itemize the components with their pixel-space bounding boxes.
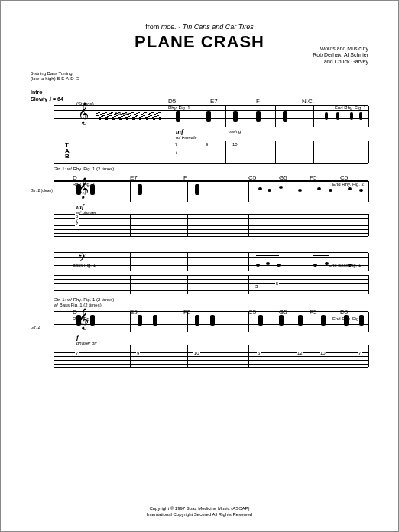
barline (275, 141, 276, 163)
tab-num: 5 (257, 351, 261, 355)
note (268, 189, 271, 192)
note (348, 264, 352, 267)
note (279, 315, 284, 326)
note (279, 186, 283, 189)
tuning-line1: 5-string Bass Tuning: (31, 71, 368, 76)
gtr1-note-3: Gtr. 1: w/ Rhy. Fig. 1 (2 times) (54, 297, 114, 302)
staff-3: 𝄞 f phaser off (54, 311, 368, 332)
note (90, 315, 95, 326)
note (298, 315, 303, 326)
beam (313, 255, 329, 256)
dynamic-mf: mf (176, 128, 183, 135)
barline (167, 106, 167, 127)
note (210, 315, 215, 326)
beam (256, 255, 279, 256)
beam (317, 180, 332, 181)
note (195, 184, 200, 195)
credits-line3: and Chuck Garvey (313, 59, 368, 65)
strings-label: (Strings) (76, 102, 94, 106)
system-1: D5 E7 F N.C. Rhy. Fig. 1 End Rhy. Fig. 1… (31, 105, 368, 164)
copyright-line1: Copyright © 1997 Spaz Medicine Music (AS… (0, 506, 399, 512)
note (138, 184, 142, 195)
beam (258, 180, 281, 181)
treble-clef: 𝄞 (78, 103, 89, 124)
note (359, 112, 362, 120)
chord-d5: D5 (168, 98, 176, 105)
note (344, 315, 349, 326)
album-attribution: from moe. - Tin Cans and Car Tires (31, 23, 368, 31)
system-3: Gtr. 1: w/ Rhy. Fig. 1 (2 times) w/ Bass… (31, 311, 368, 368)
barline (248, 345, 249, 367)
barline (248, 253, 249, 271)
bar-count: 2 4 sec. (115, 112, 131, 116)
note (258, 315, 263, 326)
bass-note-3: w/ Bass Fig. 1 (2 times) (54, 303, 102, 307)
bass-clef: 𝄢 (78, 251, 87, 268)
note (266, 262, 270, 265)
bass-tab-2: 3 5 (54, 275, 368, 294)
copyright-line2: International Copyright Secured All Righ… (0, 512, 399, 518)
from-text: from (145, 23, 159, 31)
tab-num: 3 (255, 284, 258, 289)
gtr2-label: Gtr. 2 (clean) (31, 188, 53, 193)
barline (225, 141, 226, 163)
tab-staff-3: 7 9 10 5 12 10 7 (54, 345, 368, 368)
note (233, 111, 238, 122)
barline (130, 312, 131, 332)
barline (130, 345, 131, 367)
note (195, 315, 200, 326)
dynamic-f: f (76, 333, 79, 341)
note (283, 111, 287, 122)
note (76, 184, 81, 195)
tab-num: 10 (320, 351, 326, 355)
note (325, 262, 329, 265)
artist-name: moe. (161, 23, 177, 31)
chord-nc: N.C. (302, 98, 314, 105)
tab-staff-1: TAB 7 7 9 10 (54, 141, 368, 164)
barline (248, 275, 249, 294)
swing-label: swing (229, 129, 241, 134)
staff-2: 𝄞 mf w/ phaser (54, 180, 368, 202)
note (313, 264, 317, 267)
tab-staff-2: 5 7 7 (54, 214, 368, 237)
system-2: Gtr. 1: w/ Rhy. Fig. 1 (2 times) D E7 F … (31, 180, 368, 294)
copyright: Copyright © 1997 Spaz Medicine Music (AS… (0, 506, 399, 518)
note (321, 315, 326, 326)
barline (187, 214, 188, 236)
barline (248, 312, 249, 332)
tab-num: 5 (275, 281, 279, 286)
note (359, 189, 363, 192)
note (277, 264, 281, 267)
tab-num: 7 (75, 351, 79, 355)
tab-label: TAB (65, 142, 70, 159)
tab-num: 7 (75, 222, 79, 226)
tremolo-label: w/ tremolo (176, 135, 197, 140)
note (350, 112, 353, 120)
note (90, 184, 95, 195)
tab-num: 7 (358, 351, 362, 355)
barline (275, 106, 276, 127)
barline (225, 106, 226, 127)
barline (130, 275, 131, 294)
tab-num: 7 (174, 142, 178, 147)
note (348, 187, 352, 190)
barline (313, 106, 314, 127)
tab-num: 9 (136, 351, 140, 355)
tab-num: 10 (193, 351, 200, 355)
note (317, 187, 321, 190)
chord-e7: E7 (210, 98, 218, 105)
barline (248, 214, 249, 236)
barline (167, 141, 167, 163)
barline (130, 253, 131, 271)
note (298, 189, 302, 192)
barline (187, 345, 188, 367)
tuning-line2: (low to high) B-E-A-D-G (31, 76, 368, 82)
tab-num: 12 (297, 351, 303, 355)
barline (187, 275, 188, 294)
barline (187, 253, 188, 271)
note (258, 187, 262, 190)
barline (187, 181, 188, 202)
note (138, 315, 142, 326)
bass-staff-2: 𝄢 (54, 252, 368, 271)
tab-num: 9 (205, 142, 209, 147)
